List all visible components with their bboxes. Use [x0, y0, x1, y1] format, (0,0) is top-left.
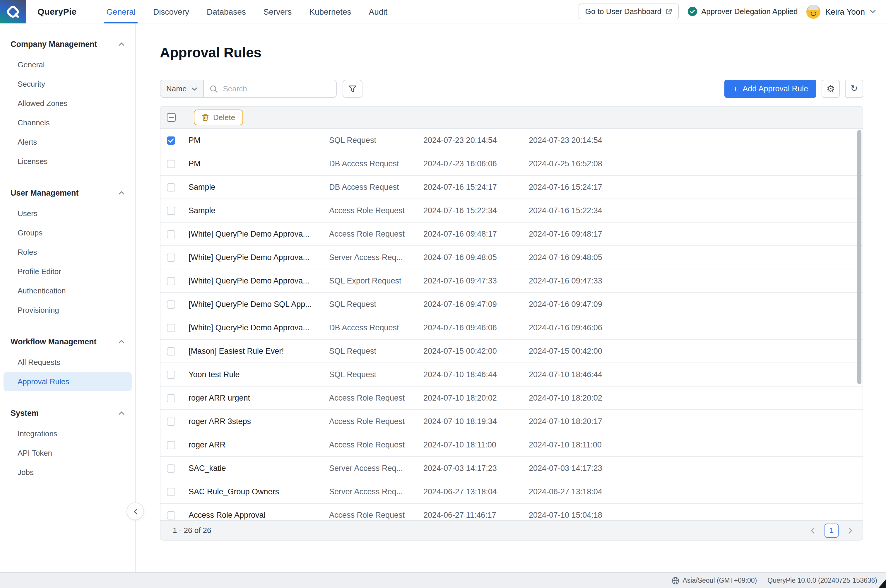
sidebar-item[interactable]: Licenses	[3, 152, 132, 171]
row-checkbox[interactable]	[167, 394, 175, 402]
sidebar-item[interactable]: Integrations	[3, 424, 132, 443]
sidebar-collapse-button[interactable]	[126, 502, 144, 520]
section-header-user-management[interactable]: User Management	[0, 184, 135, 202]
table-row[interactable]: [Mason] Easiest Rule Ever! SQL Request 2…	[160, 340, 863, 363]
filter-button[interactable]	[342, 80, 362, 98]
nav-tab[interactable]: Servers	[264, 0, 292, 23]
previous-page-button[interactable]	[809, 523, 817, 537]
rule-updated-at: 2024-07-10 15:04:18	[529, 511, 863, 519]
table-scrollbar-thumb[interactable]	[857, 130, 861, 384]
table-row[interactable]: [White] QueryPie Demo Approva... Access …	[160, 222, 863, 246]
table-row[interactable]: [White] QueryPie Demo Approva... SQL Exp…	[160, 269, 863, 293]
search-input[interactable]	[222, 84, 330, 94]
rule-created-at: 2024-07-16 09:48:17	[423, 230, 529, 238]
rule-created-at: 2024-07-23 16:06:06	[423, 159, 529, 168]
go-to-user-dashboard-button[interactable]: Go to User Dashboard	[579, 3, 679, 20]
app-window: QueryPie General Discovery Databases Ser…	[0, 0, 886, 588]
table-row[interactable]: [White] QueryPie Demo Approva... Server …	[160, 246, 863, 269]
sidebar-item[interactable]: Jobs	[3, 463, 132, 482]
row-checkbox[interactable]	[167, 464, 175, 472]
rule-name: PM	[189, 159, 329, 168]
chevron-up-icon	[118, 42, 125, 46]
sidebar-item[interactable]: Approval Rules	[3, 372, 132, 391]
table-row[interactable]: roger ARR urgent Access Role Request 202…	[160, 387, 863, 410]
querypie-logo[interactable]	[0, 0, 26, 23]
row-checkbox[interactable]	[167, 160, 175, 168]
user-menu[interactable]: Keira Yoon	[807, 4, 876, 18]
nav-tab[interactable]: Kubernetes	[309, 0, 351, 23]
sidebar-item[interactable]: Authentication	[3, 281, 132, 300]
next-page-button[interactable]	[846, 523, 855, 537]
row-checkbox[interactable]	[167, 347, 175, 355]
sidebar-item[interactable]: Users	[3, 204, 132, 223]
table-row[interactable]: [White] QueryPie Demo Approva... DB Acce…	[160, 316, 863, 340]
refresh-button[interactable]: ↻	[845, 80, 863, 98]
settings-button[interactable]: ⚙	[822, 80, 840, 98]
row-checkbox[interactable]	[167, 300, 175, 308]
rule-updated-at: 2024-07-16 09:48:05	[529, 253, 863, 262]
search-field-select[interactable]: Name	[160, 80, 204, 97]
section-header-company-management[interactable]: Company Management	[0, 35, 135, 53]
table-row[interactable]: [White] QueryPie Demo SQL App... SQL Req…	[160, 293, 863, 316]
approval-rules-table: Delete PM SQL Request 2024-07-23 20:14:5…	[160, 106, 863, 540]
rule-updated-at: 2024-07-15 00:42:00	[529, 347, 863, 356]
table-row[interactable]: roger ARR 3steps Access Role Request 202…	[160, 410, 863, 434]
sidebar-item[interactable]: General	[3, 55, 132, 74]
sidebar-item[interactable]: Profile Editor	[3, 262, 132, 281]
sidebar-item[interactable]: Provisioning	[3, 300, 132, 320]
row-checkbox[interactable]	[167, 488, 175, 496]
rule-updated-at: 2024-07-16 09:48:17	[529, 230, 863, 238]
sidebar-item[interactable]: Allowed Zones	[3, 94, 132, 113]
sidebar-item[interactable]: Alerts	[3, 132, 132, 152]
nav-tab[interactable]: Audit	[369, 0, 387, 23]
table-row[interactable]: PM DB Access Request 2024-07-23 16:06:06…	[160, 152, 863, 176]
table-row[interactable]: Sample DB Access Request 2024-07-16 15:2…	[160, 176, 863, 199]
delete-button[interactable]: Delete	[194, 110, 243, 125]
select-all-checkbox[interactable]	[167, 113, 176, 122]
row-checkbox[interactable]	[167, 441, 175, 449]
section-header-system[interactable]: System	[0, 404, 135, 422]
row-checkbox[interactable]	[167, 417, 175, 426]
table-row[interactable]: roger ARR Access Role Request 2024-07-10…	[160, 434, 863, 457]
row-checkbox[interactable]	[167, 183, 175, 191]
table-row[interactable]: PM SQL Request 2024-07-23 20:14:54 2024-…	[160, 129, 863, 152]
status-bar: Asia/Seoul (GMT+09:00) QueryPie 10.0.0 (…	[0, 572, 886, 588]
nav-tab[interactable]: Databases	[207, 0, 246, 23]
page-title: Approval Rules	[160, 44, 863, 62]
rule-updated-at: 2024-07-16 15:24:17	[529, 183, 863, 192]
sidebar-item[interactable]: Groups	[3, 223, 132, 243]
rule-type: DB Access Request	[329, 323, 423, 332]
rule-type: Access Role Request	[329, 206, 423, 215]
section-header-workflow-management[interactable]: Workflow Management	[0, 333, 135, 351]
nav-tab[interactable]: Discovery	[153, 0, 189, 23]
sidebar-item[interactable]: Roles	[3, 243, 132, 262]
row-checkbox[interactable]	[167, 370, 175, 379]
table-row[interactable]: Yoon test Rule SQL Request 2024-07-10 18…	[160, 363, 863, 387]
page-number-button[interactable]: 1	[825, 523, 838, 537]
row-checkbox[interactable]	[167, 253, 175, 261]
row-checkbox[interactable]	[167, 136, 175, 144]
rule-created-at: 2024-07-23 20:14:54	[423, 136, 529, 145]
row-checkbox[interactable]	[167, 277, 175, 285]
row-checkbox[interactable]	[167, 511, 175, 519]
row-checkbox[interactable]	[167, 324, 175, 332]
sidebar-item[interactable]: Security	[3, 74, 132, 94]
content-frame: Company Management GeneralSecurityAllowe…	[0, 23, 886, 572]
sidebar-item[interactable]: All Requests	[3, 352, 132, 372]
add-approval-rule-button[interactable]: + Add Approval Rule	[725, 80, 816, 98]
nav-tab[interactable]: General	[106, 0, 136, 23]
sidebar-item[interactable]: Channels	[3, 113, 132, 132]
table-row[interactable]: Access Role Approval Access Role Request…	[160, 504, 863, 520]
row-checkbox[interactable]	[167, 207, 175, 214]
rule-name: [Mason] Easiest Rule Ever!	[189, 347, 329, 356]
rule-created-at: 2024-07-16 09:47:33	[423, 276, 529, 285]
topbar-divider	[90, 5, 91, 18]
table-row[interactable]: SAC Rule_Group Owners Server Access Req.…	[160, 480, 863, 504]
table-bulk-action-bar: Delete	[160, 106, 863, 129]
table-row[interactable]: Sample Access Role Request 2024-07-16 15…	[160, 199, 863, 222]
table-row[interactable]: SAC_katie Server Access Req... 2024-07-0…	[160, 457, 863, 480]
toolbar: Name	[160, 80, 863, 98]
row-checkbox[interactable]	[167, 230, 175, 238]
sidebar-item[interactable]: API Token	[3, 443, 132, 463]
rule-updated-at: 2024-07-16 09:47:33	[529, 276, 863, 285]
